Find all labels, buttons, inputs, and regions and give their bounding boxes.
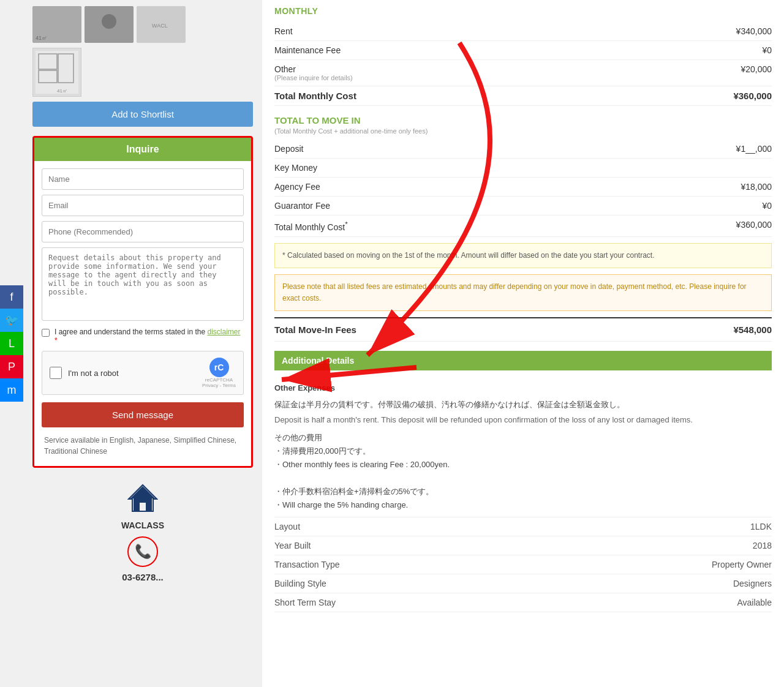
other-expenses-section: Other Expenses 保証金は半月分の賃料です。付帯設備の破損、汚れ等の…: [274, 377, 772, 517]
total-move-in-fees-row: Total Move-In Fees ¥548,000: [274, 317, 772, 342]
total-to-move-sub: (Total Monthly Cost + additional one-tim…: [274, 127, 772, 135]
short-term-stay-value: Available: [737, 598, 772, 607]
property-image-2[interactable]: [85, 6, 134, 43]
disclaimer-link[interactable]: disclaimer: [208, 328, 241, 336]
property-image-1[interactable]: 41㎡: [32, 6, 81, 43]
pinterest-share-button[interactable]: P: [0, 355, 23, 378]
total-monthly-value: ¥360,000: [733, 91, 772, 101]
total-to-move-header: TOTAL TO MOVE IN: [274, 115, 772, 126]
guarantor-fee-value: ¥0: [762, 201, 772, 211]
phone-symbol: 📞: [135, 544, 151, 560]
pinterest-icon: P: [8, 361, 15, 374]
messenger-share-button[interactable]: m: [0, 378, 23, 402]
terms-text: I agree and understand the terms stated …: [55, 328, 244, 345]
maintenance-label: Maintenance Fee: [274, 45, 341, 55]
house-icon: [127, 483, 158, 514]
total-monthly-cost-row: Total Monthly Cost ¥360,000: [274, 86, 772, 106]
agency-fee-value: ¥18,000: [741, 182, 772, 192]
guarantor-fee-row: Guarantor Fee ¥0: [274, 197, 772, 216]
property-images: 41㎡ WACL: [32, 6, 253, 43]
other-row: Other (Please inquire for details) ¥20,0…: [274, 60, 772, 86]
svg-marker-11: [130, 486, 155, 511]
property-image-3[interactable]: WACL: [137, 6, 186, 43]
transaction-type-row: Transaction Type Property Owner: [274, 555, 772, 574]
rent-label: Rent: [274, 26, 293, 36]
maintenance-fee-row: Maintenance Fee ¥0: [274, 41, 772, 60]
right-panel: MONTHLY Rent ¥340,000 Maintenance Fee ¥0…: [262, 0, 784, 687]
line-share-button[interactable]: L: [0, 332, 23, 355]
other-expenses-jp: 保証金は半月分の賃料です。付帯設備の破損、汚れ等の修繕かなければ、保証金は全額返…: [274, 398, 772, 411]
transaction-type-value: Property Owner: [712, 560, 772, 569]
name-input[interactable]: [42, 168, 244, 190]
total-move-in-value: ¥548,000: [733, 325, 772, 335]
disclaimer-asterisk: *: [55, 336, 58, 345]
other-label: Other: [274, 64, 353, 74]
terms-row: I agree and understand the terms stated …: [42, 328, 244, 345]
agency-fee-label: Agency Fee: [274, 182, 320, 192]
phone-icon[interactable]: 📞: [127, 536, 158, 567]
twitter-icon: 🐦: [5, 313, 18, 327]
phone-input[interactable]: [42, 221, 244, 242]
agency-fee-row: Agency Fee ¥18,000: [274, 178, 772, 197]
waclass-logo: [39, 483, 247, 516]
left-panel: 41㎡ WACL: [23, 0, 262, 687]
deposit-value: ¥1__,000: [736, 144, 772, 154]
other-expenses-en: Deposit is half a month's rent. This dep…: [274, 413, 772, 427]
short-term-stay-row: Short Term Stay Available: [274, 593, 772, 612]
handing-charge-jp: ・仲介手数料宿泊料金+清掃料金の5%です。: [274, 485, 772, 498]
maintenance-value: ¥0: [762, 45, 772, 55]
other-fees-en: ・Other monthly fees is clearing Fee : 20…: [274, 458, 772, 471]
year-built-row: Year Built 2018: [274, 536, 772, 555]
total-monthly-label: Total Monthly Cost: [274, 91, 356, 101]
total-move-in-label: Total Move-In Fees: [274, 325, 356, 335]
recaptcha-label: I'm not a robot: [68, 369, 196, 378]
note-box-2: Please note that all listed fees are est…: [274, 274, 772, 311]
recaptcha-privacy: Privacy - Terms: [202, 383, 236, 388]
building-style-label: Building Style: [274, 579, 326, 588]
waclass-section: WACLASS 📞 03-6278...: [32, 477, 253, 588]
total-monthly-cost-2-value: ¥360,000: [736, 220, 772, 232]
send-message-button[interactable]: Send message: [42, 402, 244, 427]
additional-details-section: Additional Details Other Expenses 保証金は半月…: [274, 351, 772, 612]
key-money-label: Key Money: [274, 163, 317, 173]
note-box-1: * Calculated based on moving on the 1st …: [274, 243, 772, 268]
guarantor-fee-label: Guarantor Fee: [274, 201, 330, 211]
layout-row: Layout 1LDK: [274, 517, 772, 536]
terms-checkbox[interactable]: [42, 329, 50, 337]
other-value: ¥20,000: [741, 64, 772, 81]
deposit-row: Deposit ¥1__,000: [274, 140, 772, 159]
recaptcha-subtext: reCAPTCHA: [205, 377, 233, 383]
inquire-header: Inquire: [34, 138, 251, 161]
key-money-row: Key Money: [274, 159, 772, 178]
layout-label: Layout: [274, 522, 300, 531]
line-icon: L: [9, 337, 15, 350]
svg-text:WACL: WACL: [152, 23, 168, 29]
phone-number: 03-6278...: [39, 572, 247, 582]
recaptcha-checkbox[interactable]: [50, 367, 62, 379]
transaction-type-label: Transaction Type: [274, 560, 340, 569]
building-style-value: Designers: [733, 579, 772, 588]
year-built-value: 2018: [753, 541, 772, 550]
recaptcha-box[interactable]: I'm not a robot rC reCAPTCHA Privacy - T…: [42, 351, 244, 395]
deposit-label: Deposit: [274, 144, 303, 154]
other-fees-jp: その他の費用・清掃費用20,000円です。: [274, 431, 772, 458]
monthly-rent-row: Rent ¥340,000: [274, 22, 772, 41]
rent-value: ¥340,000: [736, 26, 772, 36]
inquire-form: I agree and understand the terms stated …: [34, 168, 251, 457]
add-to-shortlist-button[interactable]: Add to Shortlist: [32, 102, 253, 127]
message-textarea[interactable]: [42, 247, 244, 321]
svg-point-3: [102, 14, 116, 29]
social-sidebar: f 🐦 L P m: [0, 285, 23, 402]
twitter-share-button[interactable]: 🐦: [0, 309, 23, 332]
layout-value: 1LDK: [750, 522, 772, 531]
floor-plan-image[interactable]: 41㎡: [32, 48, 81, 97]
waclass-name: WACLASS: [39, 520, 247, 530]
facebook-share-button[interactable]: f: [0, 285, 23, 309]
monthly-section-label: MONTHLY: [274, 6, 772, 16]
facebook-icon: f: [10, 291, 13, 304]
inquire-form-box: Inquire I agree and understand the terms…: [32, 136, 253, 468]
svg-text:41㎡: 41㎡: [57, 88, 67, 94]
email-input[interactable]: [42, 195, 244, 216]
building-style-row: Building Style Designers: [274, 574, 772, 593]
additional-details-header: Additional Details: [274, 351, 772, 370]
